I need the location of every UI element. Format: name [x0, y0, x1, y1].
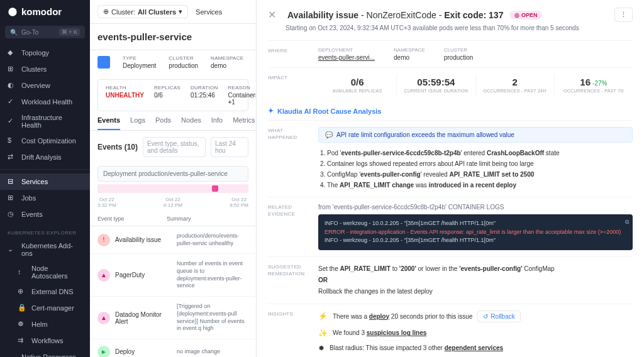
- rollback-button[interactable]: ↺ Rollback: [477, 310, 520, 322]
- helm-icon: ☸: [18, 320, 26, 329]
- event-type: PagerDuty: [115, 272, 172, 278]
- event-summary: production/demo/events-puller-servic unh…: [177, 233, 248, 247]
- chevron-down-icon: ⌄: [8, 353, 16, 357]
- insights-label: INSIGHTS: [268, 310, 306, 353]
- where-namespace: demo: [394, 54, 425, 61]
- infra-icon: ✓: [8, 117, 16, 126]
- tab-logs[interactable]: Logs: [130, 111, 145, 130]
- event-row[interactable]: ▲PagerDutyNumber of events in event queu…: [90, 254, 256, 297]
- duration-value: 01:25:46: [191, 92, 218, 99]
- events-range[interactable]: Last 24 hou: [211, 137, 248, 157]
- wh-list-item: ConfigMap 'events-puller-config' reveale…: [327, 169, 633, 180]
- timeline[interactable]: [97, 184, 248, 193]
- copy-icon[interactable]: ⧉: [625, 218, 629, 227]
- overview-icon: ◐: [8, 81, 16, 90]
- replicas-value: 0/6: [154, 92, 180, 99]
- event-row[interactable]: !Availability issueproduction/demo/event…: [90, 226, 256, 254]
- event-summary: Number of events in event queue is to de…: [177, 260, 248, 290]
- nav-addons[interactable]: ⌄Kubernetes Add-ons: [0, 238, 90, 261]
- nav-native[interactable]: ⌄Native Resources: [0, 349, 90, 357]
- events-icon: ◷: [8, 210, 16, 219]
- events-filter[interactable]: Event type, status, and details: [143, 137, 206, 157]
- impact-duration: 05:59:54: [397, 77, 475, 87]
- close-icon[interactable]: ✕: [268, 9, 276, 21]
- tab-info[interactable]: Info: [211, 111, 223, 130]
- tab-events[interactable]: Events: [97, 111, 120, 130]
- nav-jobs[interactable]: ⊞Jobs: [0, 190, 90, 206]
- impact-replicas: 0/6: [318, 77, 396, 87]
- nav-infra-health[interactable]: ✓Infrastructure Health: [0, 110, 90, 133]
- event-row[interactable]: ►Deployno image change: [90, 339, 256, 357]
- nav-workload-health[interactable]: ✓Workload Health: [0, 94, 90, 110]
- message-icon: 💬: [325, 131, 333, 138]
- search-shortcut: ⌘ + K: [59, 28, 80, 36]
- nav-autoscalers[interactable]: ↕Node Autoscalers: [0, 261, 90, 283]
- nav-events[interactable]: ◷Events: [0, 206, 90, 222]
- col-header-summary: Summary: [167, 216, 191, 222]
- timeline-tick: Oct 22 8:52 PM: [230, 197, 248, 208]
- nav-cost[interactable]: $Cost Optimization: [0, 133, 90, 149]
- drift-icon: ⇄: [8, 153, 16, 162]
- impact-24h: 2: [476, 77, 554, 87]
- nav-externaldns[interactable]: ⊕External DNS: [0, 283, 90, 300]
- status-badge: ◎ OPEN: [509, 11, 542, 19]
- page-title: events-puller-service: [90, 24, 256, 50]
- wh-list-item: Pod 'events-puller-service-6ccdc59c8b-t2…: [327, 148, 633, 158]
- chevron-down-icon: ▾: [179, 8, 182, 16]
- nav-helm[interactable]: ☸Helm: [0, 316, 90, 332]
- topology-icon: ◆: [8, 48, 16, 57]
- brand-logo: komodor: [0, 0, 90, 23]
- sidebar: komodor 🔍 Go-To ⌘ + K ◆Topology ⊞Cluster…: [0, 0, 90, 357]
- nav-clusters[interactable]: ⊞Clusters: [0, 61, 90, 77]
- search-input[interactable]: 🔍 Go-To ⌘ + K: [5, 26, 85, 38]
- cost-icon: $: [8, 136, 16, 145]
- col-header-type: Event type: [97, 216, 167, 222]
- topbar-tab[interactable]: Services: [196, 8, 222, 16]
- bolt-icon: ⚡: [318, 312, 328, 321]
- timeline-tick: Oct 22 6:12 PM: [164, 197, 182, 208]
- where-deployment[interactable]: events-puller-servi...: [318, 54, 375, 61]
- detail-panel: ✕ Availability issue - NonZeroExitCode -…: [257, 0, 644, 357]
- event-badge-icon: !: [97, 234, 110, 246]
- tab-pods[interactable]: Pods: [155, 111, 171, 130]
- dns-icon: ⊕: [18, 287, 26, 296]
- nav-certmanager[interactable]: 🔒Cert-manager: [0, 300, 90, 316]
- cluster-selector[interactable]: ⊕ Cluster: All Clusters ▾: [97, 5, 188, 18]
- impact-label: IMPACT: [268, 74, 306, 96]
- nav-overview[interactable]: ◐Overview: [0, 77, 90, 94]
- log-line: INFO - werkzeug - 10.0.2.205 - "[35m[1mG…: [325, 219, 626, 228]
- nav-topology[interactable]: ◆Topology: [0, 45, 90, 61]
- events-title: Events (10): [97, 143, 138, 151]
- chevron-down-icon: ⌄: [8, 245, 16, 254]
- tab-metrics[interactable]: Metrics: [233, 111, 255, 130]
- cert-icon: 🔒: [18, 304, 26, 312]
- service-type-icon: [97, 56, 110, 69]
- evidence-label: RELATED EVIDENCE: [268, 204, 306, 250]
- brand-text: komodor: [21, 6, 62, 17]
- namespace-value: demo: [211, 62, 243, 69]
- more-menu-button[interactable]: ⋮: [614, 8, 633, 22]
- reason-value: ContainersNotReady +1: [228, 92, 257, 106]
- timeline-tick: Oct 22 3:32 PM: [97, 197, 116, 208]
- event-row[interactable]: ▲Datadog Monitor Alert[Triggered on {dep…: [90, 297, 256, 339]
- wh-list-item: The API_RATE_LIMIT change was introduced…: [327, 180, 633, 190]
- tab-nodes[interactable]: Nodes: [181, 111, 201, 130]
- sparkle-icon: ✨: [318, 329, 328, 338]
- impact-7d: 16: [580, 77, 591, 87]
- what-happened-label: WHAT HAPPENED: [268, 127, 306, 190]
- event-badge-icon: ▲: [97, 312, 110, 324]
- type-value: Deployment: [123, 62, 156, 69]
- wh-list-item: Container logs showed repeated errors ab…: [327, 158, 633, 169]
- search-icon: 🔍: [10, 29, 18, 36]
- event-summary: [Triggered on {deployment:events-pull se…: [177, 303, 248, 332]
- insight-logs: ✨ We found 3 suspicious log lines: [318, 329, 633, 338]
- search-placeholder: Go-To: [21, 29, 38, 36]
- nav-services[interactable]: ⊟Services: [0, 173, 90, 190]
- detail-subtitle: Starting on Oct 23, 2024, 9:32:34 AM UTC…: [268, 25, 633, 31]
- timeline-marker: [212, 185, 218, 192]
- top-bar: ⊕ Cluster: All Clusters ▾ Services: [90, 0, 256, 24]
- globe-icon: ⊕: [103, 8, 109, 16]
- nav-drift[interactable]: ⇄Drift Analysis: [0, 149, 90, 165]
- explorer-header: KUBERNETES EXPLORER: [0, 226, 90, 238]
- nav-workflows[interactable]: ⇉Workflows: [0, 332, 90, 349]
